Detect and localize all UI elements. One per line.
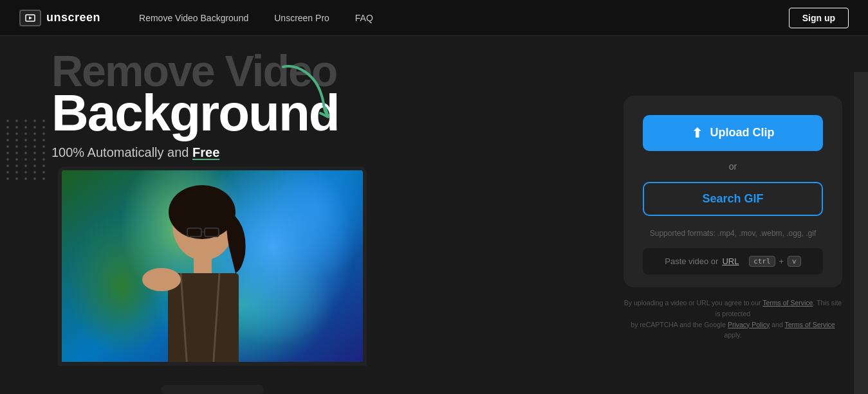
dot	[24, 165, 27, 167]
monitor-screen	[58, 166, 367, 366]
upload-clip-button[interactable]: ⬆ Upload Clip	[643, 115, 823, 151]
ctrl-key: ctrl	[749, 256, 775, 267]
dot	[33, 177, 36, 180]
svg-rect-5	[168, 273, 239, 362]
dot	[33, 171, 36, 174]
dot	[24, 139, 27, 141]
paste-bar: Paste video or URL ctrl + v	[643, 248, 823, 274]
dot	[42, 132, 45, 135]
dot	[6, 126, 9, 129]
monitor	[45, 166, 380, 394]
nav-remove-bg[interactable]: Remove Video Background	[139, 13, 248, 23]
dot	[6, 171, 9, 174]
dot	[24, 177, 27, 180]
dot	[42, 145, 45, 148]
dot	[6, 132, 9, 135]
dot	[24, 126, 27, 129]
dot	[6, 145, 9, 148]
dot	[15, 139, 18, 141]
terms-link2[interactable]: Privacy Policy	[728, 321, 770, 328]
dot	[15, 120, 18, 122]
url-link[interactable]: URL	[722, 256, 739, 266]
or-divider: or	[729, 161, 737, 172]
upload-icon: ⬆	[692, 125, 703, 141]
dot	[33, 139, 36, 141]
dot	[33, 145, 36, 148]
dots-decoration: const dotsContainer = document.querySele…	[0, 113, 39, 186]
dot	[24, 132, 27, 135]
dot	[24, 158, 27, 161]
dot	[42, 139, 45, 141]
terms-and: and	[770, 321, 784, 328]
dot	[15, 145, 18, 148]
logo-icon	[19, 10, 41, 26]
supported-formats: Supported formats: .mp4, .mov, .webm, .o…	[650, 229, 817, 238]
signup-button[interactable]: Sign up	[789, 8, 849, 28]
monitor-image	[62, 170, 363, 362]
upload-label: Upload Clip	[710, 126, 775, 139]
dot	[6, 177, 9, 180]
paste-space	[743, 256, 745, 266]
right-edge-panel	[854, 72, 868, 394]
dot	[33, 120, 36, 122]
main-content: const dotsContainer = document.querySele…	[0, 36, 868, 394]
terms-line1: By uploading a video or URL you agree to…	[624, 299, 762, 307]
logo[interactable]: unscreen	[19, 10, 100, 26]
dot	[42, 158, 45, 161]
dot	[6, 139, 9, 141]
paste-text: Paste video or	[665, 256, 718, 266]
svg-marker-1	[29, 16, 32, 19]
dot	[24, 120, 27, 122]
dot	[33, 152, 36, 154]
subtitle-free: Free	[192, 145, 219, 159]
dot	[24, 145, 27, 148]
dot	[15, 152, 18, 154]
dot	[33, 158, 36, 161]
monitor-stand	[193, 366, 232, 385]
hero-section: const dotsContainer = document.querySele…	[0, 36, 598, 394]
terms-line2: by reCAPTCHA and the Google	[631, 321, 728, 328]
dot	[6, 120, 9, 122]
navbar: unscreen Remove Video Background Unscree…	[0, 0, 868, 36]
nav-pro[interactable]: Unscreen Pro	[274, 13, 329, 23]
dot	[33, 165, 36, 167]
logo-text: unscreen	[46, 11, 100, 24]
subtitle-text: 100% Automatically and	[51, 145, 192, 159]
dot	[42, 152, 45, 154]
dot	[15, 132, 18, 135]
v-key: v	[788, 256, 801, 267]
nav-faq[interactable]: FAQ	[355, 13, 373, 23]
terms-end: apply.	[724, 331, 741, 339]
dot	[15, 165, 18, 167]
upload-panel: ⬆ Upload Clip or Search GIF Supported fo…	[623, 96, 842, 287]
svg-point-8	[142, 268, 181, 291]
dot	[33, 132, 36, 135]
dot	[6, 165, 9, 167]
terms-link1[interactable]: Terms of Service	[762, 299, 813, 307]
nav-links: Remove Video Background Unscreen Pro FAQ	[139, 13, 789, 23]
dot	[42, 126, 45, 129]
terms-text: By uploading a video or URL you agree to…	[623, 298, 842, 341]
terms-link3[interactable]: Terms of Service	[784, 321, 835, 328]
dot	[33, 126, 36, 129]
dot	[15, 126, 18, 129]
monitor-base	[161, 385, 264, 394]
search-gif-button[interactable]: Search GIF	[643, 182, 823, 216]
arrow-decoration	[277, 60, 354, 125]
dot	[15, 171, 18, 174]
dot	[6, 158, 9, 161]
dot	[15, 177, 18, 180]
dot	[24, 171, 27, 174]
hero-subtitle: 100% Automatically and Free	[51, 145, 598, 160]
dot	[42, 120, 45, 122]
plus-sign: +	[779, 256, 784, 266]
dot	[24, 152, 27, 154]
dot	[15, 158, 18, 161]
dot	[6, 152, 9, 154]
right-panel: ⬆ Upload Clip or Search GIF Supported fo…	[598, 36, 868, 394]
